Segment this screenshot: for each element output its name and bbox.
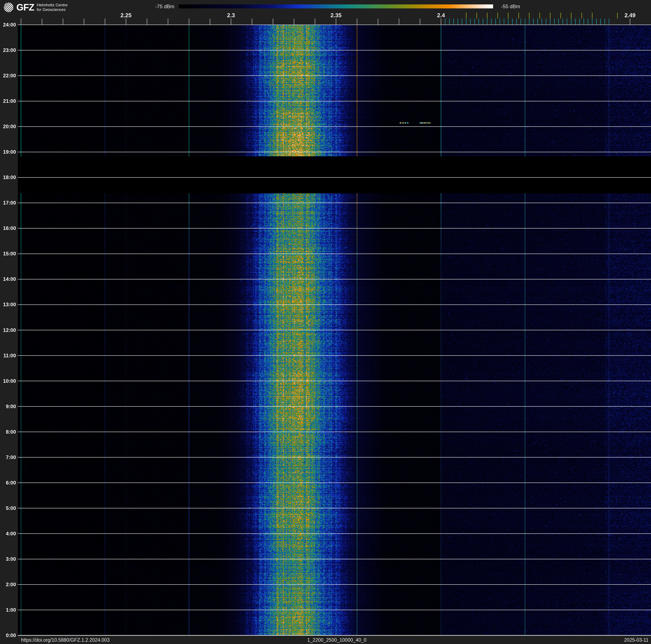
station-id-label: 1_2200_2500_10000_40_0 — [307, 637, 366, 643]
spectrogram-canvas — [0, 0, 651, 644]
time-tick-label: 6:00 — [0, 480, 16, 486]
logo-subtitle-line2: for Geosciences — [37, 7, 68, 12]
time-tick-label: 0:00 — [0, 633, 16, 638]
time-tick-label: 7:00 — [0, 455, 16, 460]
time-tick-label: 22:00 — [0, 73, 16, 79]
time-tick-label: 8:00 — [0, 429, 16, 435]
radio-spectrogram-page: GFZ Helmholtz Centre for Geosciences -75… — [0, 0, 651, 644]
time-tick-label: 10:00 — [0, 378, 16, 384]
time-tick-label: 9:00 — [0, 404, 16, 409]
time-tick-label: 11:00 — [0, 353, 16, 358]
freq-tick-label: 2.4 — [437, 12, 445, 19]
time-tick-label: 13:00 — [0, 302, 16, 308]
colorbar-max-label: -55 dBm — [501, 4, 520, 9]
time-tick-label: 17:00 — [0, 200, 16, 206]
time-tick-label: 21:00 — [0, 98, 16, 104]
time-tick-label: 18:00 — [0, 174, 16, 180]
time-tick-label: 24:00 — [0, 22, 16, 28]
date-label: 2025-03-11 — [624, 637, 649, 643]
time-tick-label: 19:00 — [0, 149, 16, 155]
logo-subtitle-line1: Helmholtz Centre — [37, 3, 68, 7]
freq-tick-label: 2.49 — [624, 12, 636, 19]
doi-link[interactable]: https://doi.org/10.5880/GFZ.1.2.2024.003 — [21, 637, 110, 643]
logo-brand-text: GFZ — [17, 3, 34, 12]
freq-tick-label: 2.3 — [227, 12, 235, 19]
time-tick-label: 14:00 — [0, 276, 16, 282]
time-tick-label: 2:00 — [0, 582, 16, 587]
logo-subtitle: Helmholtz Centre for Geosciences — [37, 3, 68, 12]
colorbar-min-label: -75 dBm — [147, 4, 174, 9]
time-tick-label: 23:00 — [0, 47, 16, 53]
gfz-globe-icon — [3, 2, 14, 12]
time-tick-label: 20:00 — [0, 124, 16, 129]
time-tick-label: 5:00 — [0, 505, 16, 511]
gfz-logo: GFZ Helmholtz Centre for Geosciences — [3, 2, 68, 12]
time-tick-label: 16:00 — [0, 225, 16, 231]
time-tick-label: 1:00 — [0, 607, 16, 613]
time-tick-label: 15:00 — [0, 251, 16, 257]
freq-tick-label: 2.25 — [121, 12, 132, 19]
time-tick-label: 12:00 — [0, 327, 16, 333]
time-tick-label: 3:00 — [0, 556, 16, 562]
colorbar — [179, 4, 493, 8]
freq-tick-label: 2.35 — [331, 12, 342, 19]
time-tick-label: 4:00 — [0, 531, 16, 536]
